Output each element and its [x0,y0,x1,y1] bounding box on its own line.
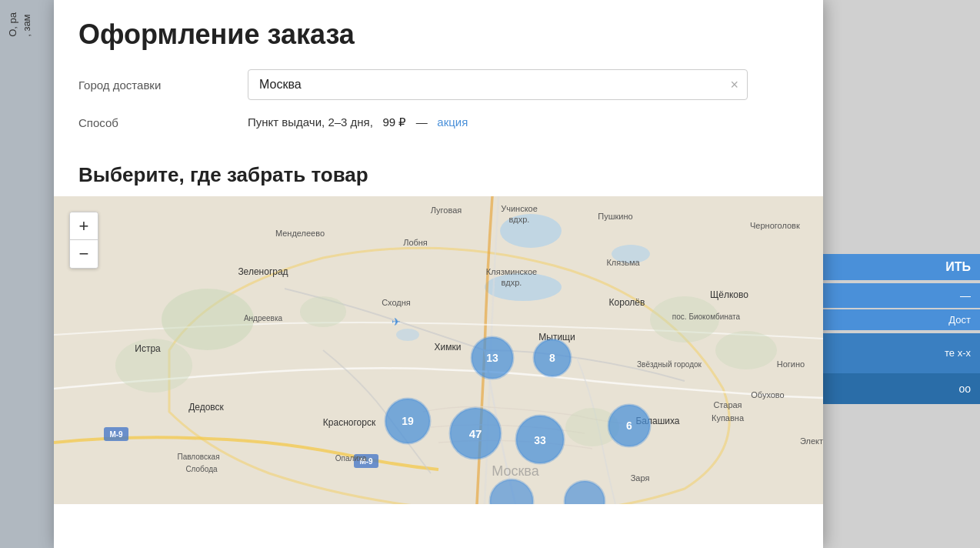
svg-text:Красногорск: Красногорск [323,417,376,428]
svg-text:Менделеево: Менделеево [275,229,325,238]
svg-text:19: 19 [402,415,414,427]
svg-text:Купавна: Купавна [712,413,745,423]
map-zoom-controls: + − [69,212,98,269]
svg-text:Клязьма: Клязьма [606,258,640,267]
svg-text:Клязминское: Клязминское [486,267,537,276]
svg-text:М-9: М-9 [109,430,123,439]
map-container[interactable]: ✈ М-9 М-9 Луговая Учинское вдхр. Пушкино… [54,196,823,504]
svg-point-2 [485,273,562,301]
svg-text:вдхр.: вдхр. [509,215,530,224]
delivery-separator: — [416,115,428,129]
svg-text:Старая: Старая [713,400,742,409]
svg-text:Электрос: Электрос [800,436,823,446]
svg-text:8: 8 [549,352,555,364]
svg-text:вдхр.: вдхр. [502,278,522,287]
map-background: ✈ М-9 М-9 Луговая Учинское вдхр. Пушкино… [54,196,823,504]
svg-text:Обухово: Обухово [751,390,784,399]
svg-point-4 [396,329,419,341]
svg-text:6: 6 [626,419,632,432]
svg-point-9 [300,296,346,327]
svg-text:Луговая: Луговая [431,206,462,215]
delivery-row: Способ Пункт выдачи, 2–3 дня, 99 ₽ — акц… [78,115,798,129]
svg-text:Звёздный городок: Звёздный городок [637,360,702,369]
svg-text:Москва: Москва [492,463,539,479]
zoom-in-button[interactable]: + [70,212,98,240]
svg-text:Королёв: Королёв [609,297,645,308]
map-section-title: Выберите, где забрать товар [54,157,823,196]
svg-text:47: 47 [469,427,482,440]
svg-text:Павловская: Павловская [177,453,219,461]
svg-point-8 [715,331,777,369]
svg-text:Щёлково: Щёлково [710,289,748,300]
svg-text:Пушкино: Пушкино [598,212,632,221]
svg-text:Черноголовк: Черноголовк [750,221,800,230]
svg-text:Дедовск: Дедовск [188,402,224,413]
svg-text:Лобня: Лобня [403,238,428,247]
order-modal: Оформление заказа Город доставки × Спосо… [54,0,823,548]
delivery-text: Пункт выдачи, 2–3 дня, [248,115,373,129]
svg-text:33: 33 [534,434,546,446]
svg-text:Зеленоград: Зеленоград [238,266,288,277]
svg-text:пос. Биокомбината: пос. Биокомбината [672,312,741,321]
left-panel: О, ра , зам [0,0,54,548]
left-panel-text: О, ра , зам [0,0,40,49]
svg-text:Опалиха: Опалиха [335,454,367,463]
svg-text:✈: ✈ [392,316,401,328]
clear-icon[interactable]: × [730,77,738,93]
svg-text:Учинское: Учинское [501,204,538,213]
modal-header: Оформление заказа Город доставки × Спосо… [54,0,823,157]
svg-text:Сходня: Сходня [382,298,411,307]
svg-point-5 [162,289,254,350]
page-title: Оформление заказа [78,18,798,51]
svg-text:Ногино: Ногино [777,359,805,369]
svg-text:Заря: Заря [631,473,650,483]
delivery-method: Пункт выдачи, 2–3 дня, 99 ₽ — акция [248,115,468,129]
svg-text:13: 13 [486,352,498,364]
zoom-out-button[interactable]: − [70,240,98,268]
city-input-wrapper: × [248,69,748,100]
svg-text:Слобода: Слобода [185,465,218,473]
delivery-label: Способ [78,116,248,129]
city-input[interactable] [248,69,748,100]
svg-text:Химки: Химки [435,342,462,353]
svg-text:Истра: Истра [135,343,161,354]
delivery-price: 99 ₽ [382,115,409,129]
city-row: Город доставки × [78,69,798,100]
delivery-promo[interactable]: акция [437,115,468,129]
city-label: Город доставки [78,79,248,92]
svg-text:Андреевка: Андреевка [244,314,283,322]
